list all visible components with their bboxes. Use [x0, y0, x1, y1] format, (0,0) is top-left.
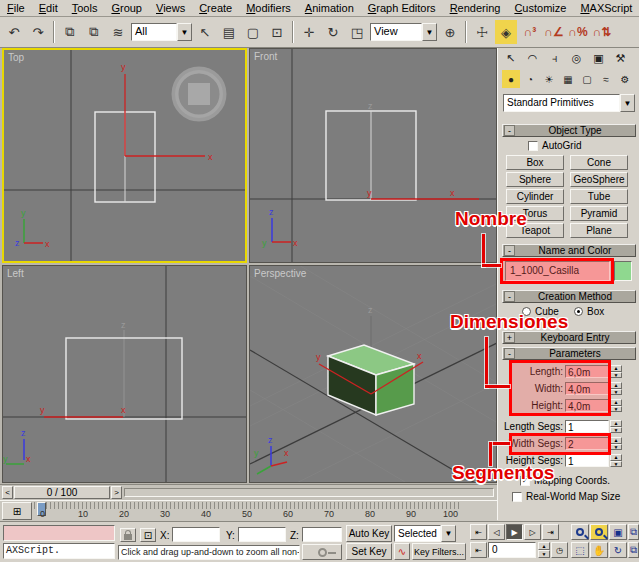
current-frame-field[interactable]: 0: [488, 542, 536, 558]
bind-to-spacewarp-button[interactable]: ≋: [107, 20, 129, 44]
collapse-icon[interactable]: -: [504, 291, 515, 302]
menu-views[interactable]: Views: [149, 1, 192, 15]
viewport-nav-gizmo-square[interactable]: [188, 83, 210, 105]
play-button[interactable]: ▶: [506, 524, 523, 540]
collapse-icon[interactable]: -: [504, 125, 515, 136]
rollout-parameters[interactable]: - Parameters: [502, 347, 636, 360]
zoom-all-button[interactable]: [590, 524, 608, 540]
collapse-icon[interactable]: -: [504, 245, 515, 256]
time-slider-handle[interactable]: 0 / 100: [14, 486, 110, 499]
time-next-button[interactable]: >: [111, 486, 122, 499]
tab-create[interactable]: ↖: [500, 49, 521, 67]
select-object-button[interactable]: ↖: [194, 20, 216, 44]
set-key-button[interactable]: Set Key: [346, 543, 392, 560]
select-and-manipulate-button[interactable]: ☩: [471, 20, 493, 44]
spinner-down-icon[interactable]: ▼: [610, 427, 622, 434]
tube-button[interactable]: Tube: [570, 189, 628, 204]
select-and-link-button[interactable]: ⧉: [59, 20, 81, 44]
spinner-down-icon[interactable]: ▼: [610, 372, 622, 379]
spinner-down-icon[interactable]: ▼: [610, 461, 622, 468]
spinner-down-icon[interactable]: ▼: [538, 550, 550, 558]
menu-graph-editors[interactable]: Graph Editors: [361, 1, 443, 15]
spinner-up-icon[interactable]: ▲: [538, 542, 550, 550]
go-to-end-button[interactable]: ⇥: [542, 524, 559, 540]
select-and-scale-button[interactable]: ◳: [346, 20, 368, 44]
spinner-snap-button[interactable]: ∩⇅: [591, 20, 613, 44]
length-segs-field[interactable]: 1: [565, 420, 609, 433]
selection-region-button[interactable]: ▢: [242, 20, 264, 44]
height-segs-field[interactable]: 1: [565, 454, 609, 467]
select-and-rotate-button[interactable]: ↻: [322, 20, 344, 44]
key-mode-button[interactable]: ⇤: [470, 542, 487, 558]
menu-animation[interactable]: Animation: [298, 1, 361, 15]
geosphere-button[interactable]: GeoSphere: [570, 172, 628, 187]
auto-key-button[interactable]: Auto Key: [346, 525, 392, 542]
prev-frame-button[interactable]: ◁: [488, 524, 505, 540]
region-zoom-button[interactable]: ⬚: [571, 542, 589, 558]
rollout-object-type[interactable]: - Object Type: [502, 124, 636, 137]
viewport-front[interactable]: Front y x z z y x: [249, 48, 497, 263]
key-tangent-button[interactable]: ∿: [394, 543, 410, 560]
category-spacewarps[interactable]: ≈: [597, 70, 615, 88]
select-and-move-button[interactable]: ✛: [298, 20, 320, 44]
viewport-top[interactable]: Top y x y z x: [2, 48, 247, 263]
mini-curve-editor-button[interactable]: ⊞: [2, 502, 32, 520]
snaps-toggle-button[interactable]: ◈: [495, 20, 517, 44]
zoom-extents-button[interactable]: ▣: [609, 524, 627, 540]
tab-modify[interactable]: ◠: [522, 49, 543, 67]
menu-rendering[interactable]: Rendering: [443, 1, 508, 15]
tab-utilities[interactable]: ⚒: [610, 49, 631, 67]
selection-filter-dropdown[interactable]: All ▼: [131, 22, 192, 42]
autogrid-checkbox[interactable]: [528, 141, 538, 151]
rollout-name-color[interactable]: - Name and Color: [502, 244, 636, 257]
menu-file[interactable]: File: [0, 1, 32, 15]
width-segs-spinner[interactable]: ▲▼: [610, 437, 622, 450]
frame-spinner[interactable]: ▲▼: [538, 542, 550, 558]
key-filters-button[interactable]: Key Filters...: [412, 543, 466, 560]
category-systems[interactable]: ⚙: [616, 70, 634, 88]
object-color-swatch[interactable]: [614, 261, 632, 281]
reference-coordsys-dropdown[interactable]: View ▼: [370, 22, 437, 42]
go-to-start-button[interactable]: ⇤: [470, 524, 487, 540]
tab-display[interactable]: ▣: [588, 49, 609, 67]
expand-icon[interactable]: +: [504, 332, 515, 343]
menu-edit[interactable]: Edit: [32, 1, 65, 15]
menu-modifiers[interactable]: Modifiers: [239, 1, 298, 15]
percent-snap-button[interactable]: ∩%: [567, 20, 589, 44]
plane-button[interactable]: Plane: [570, 223, 628, 238]
viewport-left[interactable]: Left z y x z y x: [2, 265, 247, 483]
next-frame-button[interactable]: ▷: [524, 524, 541, 540]
y-coord-field[interactable]: [238, 527, 286, 542]
category-helpers[interactable]: ▢: [578, 70, 596, 88]
pyramid-button[interactable]: Pyramid: [570, 206, 628, 221]
cone-button[interactable]: Cone: [570, 155, 628, 170]
selected-filter-dropdown[interactable]: Selected ▼: [394, 525, 456, 542]
real-world-checkbox[interactable]: [512, 492, 522, 502]
maxscript-mini-listener[interactable]: AXScript.: [3, 543, 115, 559]
window-crossing-button[interactable]: ⊡: [266, 20, 288, 44]
viewport-perspective[interactable]: Perspective z y x: [249, 265, 497, 483]
set-keys-button[interactable]: [302, 544, 342, 560]
time-slider-track[interactable]: [124, 488, 494, 497]
absolute-mode-button[interactable]: ⊡: [140, 528, 156, 542]
min-max-toggle-button[interactable]: ⧉: [628, 542, 639, 558]
selection-lock-button[interactable]: [120, 528, 136, 542]
spinner-down-icon[interactable]: ▼: [610, 444, 622, 451]
height-spinner[interactable]: ▲▼: [610, 399, 622, 412]
primitives-dropdown[interactable]: Standard Primitives ▼: [503, 94, 635, 112]
menu-maxscript[interactable]: MAXScript: [573, 1, 639, 15]
menu-tools[interactable]: Tools: [65, 1, 105, 15]
cylinder-button[interactable]: Cylinder: [506, 189, 564, 204]
select-by-name-button[interactable]: ▤: [218, 20, 240, 44]
rollout-creation-method[interactable]: - Creation Method: [502, 290, 636, 303]
track-bar-ruler[interactable]: [34, 502, 462, 509]
box-radio[interactable]: [574, 307, 583, 316]
zoom-extents-all-button[interactable]: ⧉: [628, 524, 639, 540]
arc-rotate-button[interactable]: ↻: [609, 542, 627, 558]
undo-button[interactable]: ↶: [3, 20, 25, 44]
pan-button[interactable]: ✋: [590, 542, 608, 558]
sphere-button[interactable]: Sphere: [506, 172, 564, 187]
use-pivot-center-button[interactable]: ⊕: [439, 20, 461, 44]
snap-3d-button[interactable]: ∩³: [519, 20, 541, 44]
width-spinner[interactable]: ▲▼: [610, 382, 622, 395]
